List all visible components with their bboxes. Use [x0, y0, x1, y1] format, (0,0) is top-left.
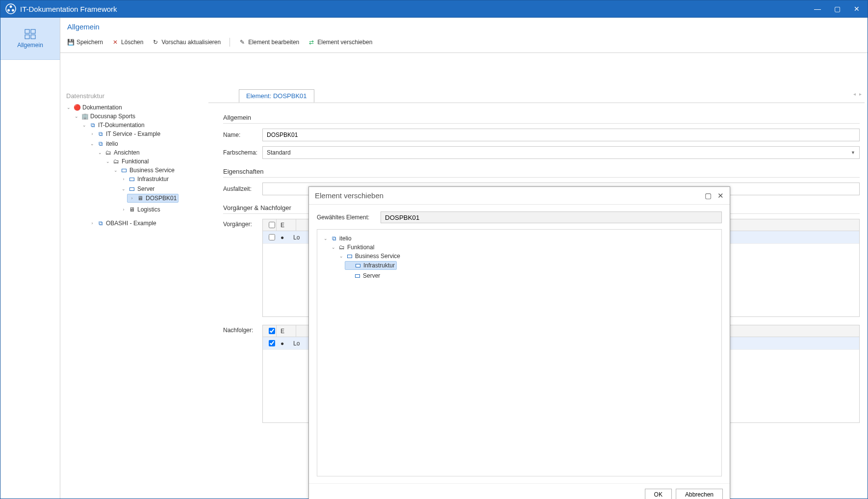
- delete-icon: ✕: [112, 39, 119, 46]
- ribbon-toolbar: 💾 Speichern ✕ Löschen ↻ Vorschau aktuali…: [60, 35, 868, 53]
- delete-button[interactable]: ✕ Löschen: [112, 39, 143, 46]
- dialog-titlebar: Element verschieben ▢ ✕: [309, 187, 730, 205]
- tree-node-it-service-example[interactable]: ›⧉IT Service - Example: [88, 130, 162, 138]
- tree-node-it-dokumentation[interactable]: ⌄⧉IT-Dokumentation: [80, 121, 146, 129]
- dlg-node-business-service[interactable]: ⌄Business Service: [337, 252, 402, 260]
- section-allgemein: Allgemein: [223, 114, 860, 121]
- dlg-node-itelio[interactable]: ⌄⧉itelio: [321, 235, 353, 242]
- edit-element-button[interactable]: ✎ Element bearbeiten: [239, 39, 299, 46]
- succ-row-checkbox[interactable]: [269, 340, 275, 346]
- tree-node-itelio[interactable]: ⌄⧉itelio: [88, 140, 120, 148]
- tree-node-logistics[interactable]: ›🖥Logistics: [119, 206, 162, 213]
- dlg-node-funktional[interactable]: ⌄🗂Funktional: [329, 243, 376, 251]
- title-bar: IT-Dokumentation Framework — ▢ ✕: [0, 0, 868, 18]
- tree-node-dospbk01[interactable]: ›🖥DOSPBK01: [127, 194, 179, 203]
- scheme-select[interactable]: Standard ▼: [262, 146, 860, 159]
- tree-node-funktional[interactable]: ⌄🗂Funktional: [103, 158, 150, 165]
- tiles-icon: [25, 29, 36, 40]
- tree-node-infrastruktur[interactable]: ›Infrastruktur: [119, 175, 170, 183]
- move-icon: ⇄: [308, 39, 315, 46]
- app-icon: [5, 3, 16, 14]
- dlg-node-server[interactable]: ›Server: [345, 272, 382, 280]
- predecessor-label: Vorgänger:: [223, 219, 262, 228]
- pred-row-checkbox[interactable]: [269, 234, 275, 240]
- ribbon-tab-label: Allgemein: [17, 42, 43, 49]
- dialog-close-button[interactable]: ✕: [717, 191, 724, 200]
- dialog-ok-button[interactable]: OK: [645, 489, 672, 499]
- ribbon-tab-allgemein[interactable]: Allgemein: [0, 18, 60, 60]
- tree-panel-title: Datenstruktur: [66, 92, 204, 100]
- pred-col-e: E: [277, 219, 296, 231]
- pred-row-text: Lo: [289, 234, 304, 241]
- tab-element[interactable]: Element: DOSPBK01: [239, 89, 314, 103]
- save-button[interactable]: 💾 Speichern: [67, 39, 103, 46]
- name-label: Name:: [223, 131, 262, 138]
- ribbon: Allgemein 💾 Speichern ✕ Löschen ↻ Vorsch…: [60, 18, 868, 53]
- tree-node-dokumentation[interactable]: ⌄🔴Dokumentation: [64, 104, 124, 111]
- window-minimize-button[interactable]: —: [812, 5, 823, 13]
- svg-rect-6: [25, 35, 29, 39]
- move-element-dialog: Element verschieben ▢ ✕ Gewähltes Elemen…: [308, 186, 730, 499]
- separator: [230, 38, 230, 47]
- section-eigenschaften: Eigenschaften: [223, 168, 860, 175]
- succ-header-checkbox[interactable]: [269, 328, 275, 334]
- name-input[interactable]: [262, 129, 860, 141]
- tree-node-business-service[interactable]: ⌄Business Service: [111, 166, 176, 174]
- ribbon-tabs-sidebar: Allgemein: [0, 18, 60, 499]
- svg-point-3: [12, 9, 14, 12]
- tree-node-obashi-example[interactable]: ›⧉OBASHI - Example: [88, 219, 158, 227]
- app-title: IT-Dokumentation Framework: [20, 5, 117, 13]
- scheme-label: Farbschema:: [223, 149, 262, 156]
- move-element-button[interactable]: ⇄ Element verschieben: [308, 39, 372, 46]
- svg-rect-4: [25, 29, 29, 33]
- succ-col-e: E: [277, 325, 296, 337]
- chevron-down-icon: ▼: [851, 150, 855, 155]
- pred-header-checkbox[interactable]: [269, 222, 275, 228]
- successor-label: Nachfolger:: [223, 325, 262, 334]
- tab-nav-arrows[interactable]: ◂ ▸: [853, 91, 863, 97]
- dlg-node-infrastruktur[interactable]: ›Infrastruktur: [345, 261, 397, 270]
- tree-node-ansichten[interactable]: ⌄🗂Ansichten: [96, 149, 141, 157]
- save-label: Speichern: [77, 39, 103, 46]
- dialog-title-text: Element verschieben: [315, 191, 383, 200]
- selected-element-label: Gewähltes Element:: [317, 214, 381, 221]
- window-maximize-button[interactable]: ▢: [831, 5, 843, 13]
- refresh-icon: ↻: [152, 39, 159, 46]
- svg-point-1: [10, 5, 12, 8]
- ribbon-title: Allgemein: [60, 18, 868, 35]
- tab-row: Element: DOSPBK01 ◂ ▸: [208, 89, 865, 103]
- refresh-preview-button[interactable]: ↻ Vorschau aktualisieren: [152, 39, 221, 46]
- window-close-button[interactable]: ✕: [851, 5, 863, 13]
- move-label: Element verschieben: [317, 39, 372, 46]
- tree-node-docusnap-sports[interactable]: ⌄🏢Docusnap Sports: [72, 112, 137, 120]
- scheme-value: Standard: [267, 149, 291, 156]
- tree-panel: Datenstruktur ⌄🔴Dokumentation ⌄🏢Docusnap…: [60, 89, 207, 499]
- svg-rect-5: [31, 29, 35, 33]
- save-icon: 💾: [67, 39, 74, 46]
- svg-point-2: [7, 9, 10, 12]
- succ-row-text: Lo: [289, 340, 304, 347]
- refresh-label: Vorschau aktualisieren: [161, 39, 221, 46]
- delete-label: Löschen: [121, 39, 143, 46]
- tree-node-server[interactable]: ⌄Server: [119, 185, 156, 193]
- svg-rect-7: [31, 35, 35, 39]
- dialog-maximize-button[interactable]: ▢: [705, 191, 712, 200]
- dialog-tree[interactable]: ⌄⧉itelio ⌄🗂Funktional ⌄Business Service …: [317, 229, 722, 476]
- selected-element-field: [381, 211, 722, 223]
- edit-label: Element bearbeiten: [248, 39, 299, 46]
- edit-icon: ✎: [239, 39, 246, 46]
- downtime-label: Ausfallzeit:: [223, 185, 262, 192]
- dialog-cancel-button[interactable]: Abbrechen: [676, 489, 723, 499]
